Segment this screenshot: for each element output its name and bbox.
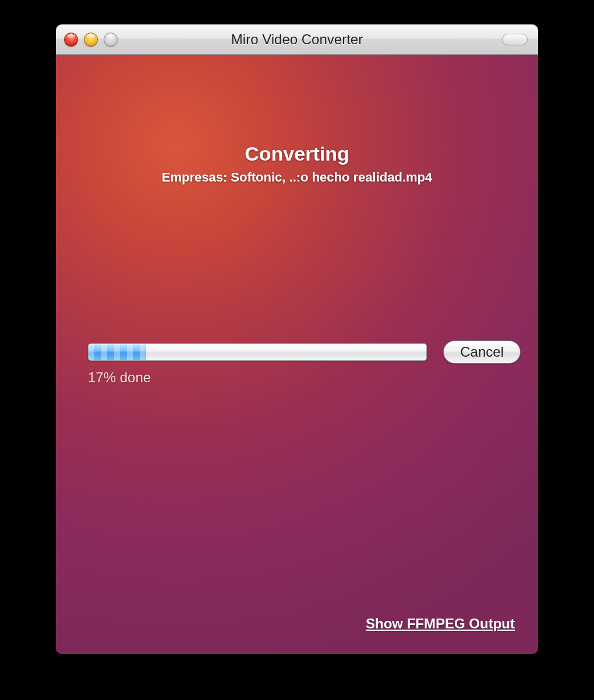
progress-bar [88,343,427,361]
titlebar[interactable]: Miro Video Converter [56,24,538,55]
close-icon[interactable] [64,33,78,47]
app-window: Miro Video Converter Converting Empresas… [56,24,538,654]
zoom-icon[interactable] [104,33,118,47]
window-title: Miro Video Converter [56,31,538,48]
content-area: Converting Empresas: Softonic, ..:o hech… [56,55,538,654]
progress-bar-fill [89,344,146,360]
filename-label: Empresas: Softonic, ..:o hecho realidad.… [56,170,538,185]
toolbar-pill-icon[interactable] [502,34,528,45]
status-heading: Converting [56,143,538,165]
traffic-lights [64,33,118,47]
progress-row: Cancel [88,340,521,364]
heading-block: Converting Empresas: Softonic, ..:o hech… [56,55,538,185]
minimize-icon[interactable] [84,33,98,47]
show-ffmpeg-link[interactable]: Show FFMPEG Output [366,616,515,632]
cancel-button[interactable]: Cancel [443,340,521,364]
progress-text: 17% done [88,369,151,386]
